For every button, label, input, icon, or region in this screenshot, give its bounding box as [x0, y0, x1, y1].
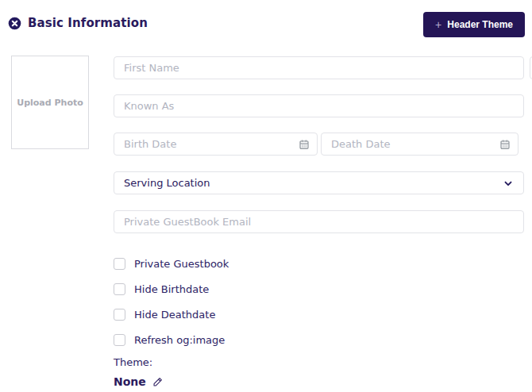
header-theme-button-label: Header Theme — [447, 19, 513, 30]
chevron-down-icon — [503, 178, 514, 189]
death-date-input[interactable] — [321, 133, 519, 156]
theme-edit[interactable]: None — [114, 375, 164, 388]
serving-location-value: Serving Location — [124, 177, 210, 189]
plus-icon: + — [435, 19, 441, 30]
hide-deathdate-checkbox[interactable]: Hide Deathdate — [114, 308, 229, 321]
upload-photo-label: Upload Photo — [17, 98, 83, 108]
birth-date-field — [114, 133, 318, 156]
birth-date-input[interactable] — [114, 133, 318, 156]
pencil-icon[interactable] — [152, 376, 164, 387]
upload-photo-box[interactable]: Upload Photo — [11, 56, 89, 149]
page-title: Basic Information — [28, 16, 148, 30]
header-theme-button[interactable]: + Header Theme — [423, 12, 525, 37]
known-as-row — [114, 94, 524, 117]
theme-value: None — [114, 375, 146, 388]
email-row — [114, 210, 524, 233]
private-guestbook-checkbox[interactable]: Private Guestbook — [114, 257, 229, 270]
theme-section: Theme: None — [114, 356, 164, 388]
death-date-field — [321, 133, 519, 156]
checkbox-box[interactable] — [114, 309, 125, 321]
first-name-input[interactable] — [114, 56, 524, 79]
basic-info-form: Serving Location — [114, 56, 524, 248]
name-row — [114, 56, 524, 79]
refresh-ogimage-checkbox[interactable]: Refresh og:image — [114, 333, 229, 346]
checkbox-box[interactable] — [114, 334, 125, 346]
known-as-input[interactable] — [114, 94, 524, 117]
checkbox-label: Refresh og:image — [134, 334, 225, 346]
checkbox-box[interactable] — [114, 283, 125, 295]
checkbox-label: Hide Birthdate — [134, 283, 209, 295]
page-header: Basic Information — [8, 16, 148, 30]
options-checkbox-group: Private Guestbook Hide Birthdate Hide De… — [114, 257, 229, 359]
theme-label: Theme: — [114, 356, 164, 368]
checkbox-box[interactable] — [114, 258, 125, 270]
dates-row — [114, 133, 524, 156]
serving-location-select[interactable]: Serving Location — [114, 171, 524, 194]
checkbox-label: Hide Deathdate — [134, 309, 215, 321]
close-icon[interactable] — [8, 17, 21, 30]
guestbook-email-input[interactable] — [114, 210, 524, 233]
hide-birthdate-checkbox[interactable]: Hide Birthdate — [114, 282, 229, 295]
checkbox-label: Private Guestbook — [134, 258, 229, 270]
